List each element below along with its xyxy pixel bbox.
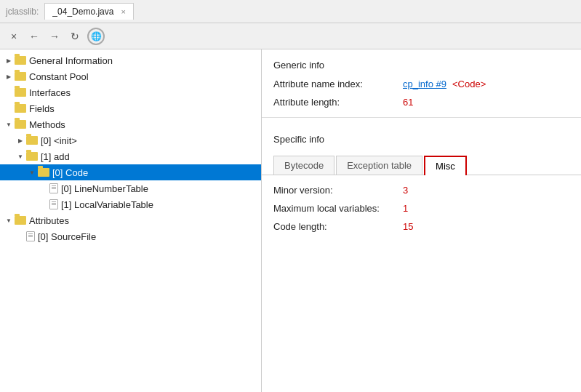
tree-label-line-number: [0] LineNumberTable	[61, 183, 148, 194]
content-tab-bar: BytecodeException tableMisc	[262, 149, 581, 175]
tree-item-line-number[interactable]: [0] LineNumberTable	[0, 180, 261, 196]
tree-label-sourcefile: [0] SourceFile	[38, 231, 96, 242]
tree-item-interfaces[interactable]: Interfaces	[0, 84, 261, 100]
specific-info-title: Specific info	[262, 124, 581, 149]
tree-item-local-variable[interactable]: [1] LocalVariableTable	[0, 196, 261, 212]
misc-row-value: 1	[403, 203, 408, 214]
main-layout: General InformationConstant PoolInterfac…	[0, 49, 581, 392]
file-icon-sourcefile	[26, 231, 35, 241]
tree-arrow-fields	[3, 103, 15, 114]
tree-item-attributes[interactable]: Attributes	[0, 212, 261, 228]
tree-arrow-code[interactable]	[26, 167, 38, 178]
tree-arrow-sourcefile	[15, 231, 26, 242]
misc-row: Minor version:3	[262, 181, 581, 199]
refresh-button[interactable]: ↻	[67, 28, 83, 44]
tree-item-init[interactable]: [0] <init>	[0, 132, 261, 148]
tree-item-methods[interactable]: Methods	[0, 116, 261, 132]
content-tab-bytecode[interactable]: Bytecode	[273, 156, 334, 175]
toolbar: × ← → ↻ 🌐	[0, 23, 581, 49]
right-panel: Generic info Attribute name index: cp_in…	[262, 49, 581, 392]
misc-row-value: 3	[403, 185, 408, 196]
attribute-length-row: Attribute length: 61	[262, 93, 581, 111]
misc-content: Minor version:3Maximum local variables:1…	[262, 175, 581, 241]
folder-icon-constant-pool	[15, 72, 26, 81]
tree-label-interfaces: Interfaces	[29, 87, 71, 98]
misc-row: Maximum local variables:1	[262, 199, 581, 217]
folder-icon-init	[26, 136, 38, 145]
close-button[interactable]: ×	[6, 28, 22, 44]
tree-label-init: [0] <init>	[41, 135, 77, 146]
tree-label-local-variable: [1] LocalVariableTable	[61, 199, 153, 210]
tree-arrow-add[interactable]	[15, 151, 26, 162]
attribute-name-link[interactable]: cp_info #9	[403, 79, 446, 89]
misc-row: Code length:15	[262, 217, 581, 236]
divider	[262, 117, 581, 118]
misc-row-value: 15	[403, 221, 413, 232]
tree-arrow-init[interactable]	[15, 135, 26, 146]
content-tab-misc[interactable]: Misc	[424, 156, 467, 175]
content-tab-exception-table[interactable]: Exception table	[336, 156, 422, 175]
misc-row-label: Minor version:	[273, 185, 397, 196]
tree-arrow-line-number	[38, 183, 49, 194]
app-name: jclasslib:	[6, 7, 39, 17]
folder-icon-interfaces	[15, 88, 26, 97]
tree-label-fields: Fields	[29, 103, 55, 114]
tree-item-general[interactable]: General Information	[0, 52, 261, 68]
folder-icon-code	[38, 168, 49, 177]
tree-item-sourcefile[interactable]: [0] SourceFile	[0, 228, 261, 244]
tree-label-add: [1] add	[41, 151, 70, 162]
misc-row-label: Code length:	[273, 221, 397, 232]
file-tab[interactable]: _04_Demo.java ×	[44, 3, 134, 20]
file-icon-local-variable	[49, 199, 58, 209]
tree-arrow-methods[interactable]	[3, 119, 15, 130]
tree-label-attributes: Attributes	[29, 215, 69, 226]
tree-label-constant-pool: Constant Pool	[29, 71, 89, 82]
tree-item-code[interactable]: [0] Code	[0, 164, 261, 180]
tree-arrow-attributes[interactable]	[3, 215, 15, 226]
attribute-length-value: 61	[403, 97, 413, 108]
tree-arrow-local-variable	[38, 199, 49, 210]
attribute-name-label: Attribute name index:	[273, 79, 397, 89]
forward-button[interactable]: →	[47, 28, 63, 44]
tree-arrow-constant-pool[interactable]	[3, 71, 15, 82]
tree-arrow-interfaces	[3, 87, 15, 98]
tree-item-constant-pool[interactable]: Constant Pool	[0, 68, 261, 84]
attribute-name-row: Attribute name index: cp_info #9 <Code>	[262, 75, 581, 93]
tree-panel: General InformationConstant PoolInterfac…	[0, 49, 262, 392]
file-tab-label: _04_Demo.java	[52, 7, 113, 17]
back-button[interactable]: ←	[26, 28, 42, 44]
tree-item-fields[interactable]: Fields	[0, 100, 261, 116]
tree-label-code: [0] Code	[52, 167, 88, 178]
attribute-name-extra: <Code>	[452, 79, 486, 89]
tab-close-btn[interactable]: ×	[121, 7, 125, 16]
tree-item-add[interactable]: [1] add	[0, 148, 261, 164]
file-icon-line-number	[49, 183, 58, 193]
folder-icon-add	[26, 152, 38, 161]
folder-icon-attributes	[15, 216, 26, 225]
title-bar: jclasslib: _04_Demo.java ×	[0, 0, 581, 23]
attribute-length-label: Attribute length:	[273, 97, 397, 108]
tree-label-methods: Methods	[29, 119, 65, 130]
misc-row-label: Maximum local variables:	[273, 203, 397, 214]
folder-icon-methods	[15, 120, 26, 129]
folder-icon-general	[15, 56, 26, 65]
folder-icon-fields	[15, 104, 26, 113]
tree-arrow-general[interactable]	[3, 55, 15, 66]
tree-label-general: General Information	[29, 55, 113, 66]
globe-icon: 🌐	[87, 28, 105, 45]
generic-info-title: Generic info	[262, 49, 581, 75]
